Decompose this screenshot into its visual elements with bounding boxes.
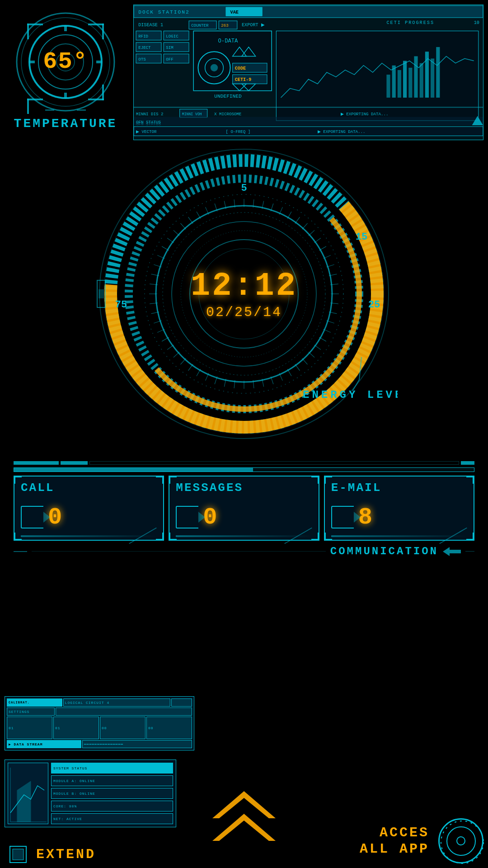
top-section: 65° TEMPERATURE1 TEMPERATURE DOCK STATIO…: [0, 0, 488, 140]
mini-hud-1: CALIBRAT. LOGICAL CIRCUIT 4 SETTINGS 01 …: [5, 696, 194, 750]
svg-text:263: 263: [221, 23, 228, 28]
svg-text:UNDEFINED: UNDEFINED: [214, 94, 242, 99]
messages-title: MESSAGES: [176, 481, 312, 495]
left-deco: [14, 551, 27, 552]
comm-arrows: [443, 547, 461, 556]
progress-fill: [14, 468, 253, 472]
svg-text:LOGIC: LOGIC: [166, 34, 178, 39]
messages-card[interactable]: MESSAGES 0: [169, 476, 319, 541]
svg-text:CETI PROGRESS: CETI PROGRESS: [386, 20, 434, 25]
svg-rect-70: [436, 47, 440, 98]
email-icon: [331, 506, 354, 528]
call-card[interactable]: CALL 0: [14, 476, 164, 541]
svg-text:CETI-9: CETI-9: [235, 77, 252, 82]
temperature-label: TEMPERATURE: [14, 117, 117, 131]
svg-line-151: [180, 223, 186, 229]
svg-rect-61: [386, 75, 390, 98]
mini-cell-3: [171, 698, 192, 707]
svg-text:X MICROSOME: X MICROSOME: [214, 112, 241, 117]
mini-cell-11: ━━━━━━━━━━━━━━━: [82, 740, 192, 748]
svg-rect-65: [408, 68, 412, 98]
messages-body: 0: [176, 499, 312, 535]
mini-cell-7: 01: [53, 717, 99, 739]
svg-rect-68: [425, 52, 429, 98]
clock-section: 5 15 25 75 ENERGY LEVEL 12:12 02/25/14: [90, 140, 398, 448]
mini-cell-9: 00: [146, 717, 192, 739]
svg-line-120: [309, 352, 314, 357]
svg-text:OFF: OFF: [166, 57, 173, 62]
svg-marker-175: [212, 814, 276, 841]
svg-text:15: 15: [356, 231, 367, 243]
svg-line-104: [295, 217, 300, 224]
svg-rect-3: [27, 24, 29, 39]
svg-rect-18: [96, 61, 102, 63]
mini-row-4: ▶ DATA STREAM ━━━━━━━━━━━━━━━: [7, 740, 192, 748]
extend-square-icon: [9, 845, 27, 863]
mini-cell-4: SETTINGS: [7, 708, 55, 716]
svg-point-52: [211, 64, 218, 71]
ring-ticks: [440, 820, 485, 865]
svg-text:65°: 65°: [43, 48, 88, 75]
email-card[interactable]: E-MAIL 8: [324, 476, 474, 541]
mh2-cell-4: CORE: 98%: [51, 801, 173, 811]
svg-rect-71: [134, 107, 483, 108]
svg-text:OTS: OTS: [138, 57, 146, 62]
svg-text:▶ EXPORTING DATA...: ▶ EXPORTING DATA...: [341, 112, 389, 117]
mh2-cell-2: MODULE A: ONLINE: [51, 775, 173, 786]
mh2-cell-1: SYSTEM STATUS: [51, 763, 173, 774]
svg-text:ENERGY LEVEL: ENERGY LEVEL: [303, 389, 398, 401]
communication-section: CALL 0 MESSAGES 0 E-MAIL: [14, 461, 474, 560]
email-title: E-MAIL: [331, 481, 467, 495]
mini-cell-5: [56, 708, 192, 716]
svg-marker-168: [443, 547, 461, 556]
access-circle[interactable]: [438, 818, 483, 863]
svg-rect-173: [13, 849, 23, 860]
progress-track: [14, 467, 474, 472]
svg-line-135: [180, 359, 186, 364]
mini-row-1: CALIBRAT. LOGICAL CIRCUIT 4: [7, 698, 192, 707]
clock-display: 12:12 02/25/14: [191, 268, 297, 320]
svg-text:▶ EXPORTING DATA...: ▶ EXPORTING DATA...: [318, 129, 366, 134]
svg-rect-5: [102, 24, 104, 39]
spacer: [32, 551, 326, 552]
svg-rect-80: [134, 127, 483, 136]
bottom-right[interactable]: ACCES ALL APP: [289, 692, 488, 868]
svg-rect-6: [27, 99, 43, 100]
svg-text:COUNTER: COUNTER: [191, 23, 209, 28]
mini-row-3: 01 01 00 00: [7, 717, 192, 739]
mini-cell-1: CALIBRAT.: [7, 698, 62, 707]
extend-label: EXTEND: [36, 847, 96, 862]
svg-rect-9: [102, 85, 104, 100]
svg-rect-20: [77, 109, 86, 111]
svg-text:[ O-FREQ ]: [ O-FREQ ]: [225, 129, 250, 134]
svg-text:25: 25: [368, 299, 380, 311]
svg-line-149: [167, 238, 174, 243]
svg-line-119: [314, 345, 321, 350]
svg-rect-8: [88, 99, 104, 100]
svg-text:MINNI VOH: MINNI VOH: [182, 112, 202, 116]
mini-graph-svg: [8, 763, 48, 824]
mini-cell-8: 00: [100, 717, 145, 739]
svg-rect-7: [27, 99, 29, 114]
svg-line-122: [295, 364, 300, 371]
svg-line-137: [167, 345, 174, 350]
temp-svg: 65° TEMPERATURE1: [14, 10, 117, 114]
bottom-middle: [199, 692, 289, 868]
mini-hud-rows: CALIBRAT. LOGICAL CIRCUIT 4 SETTINGS 01 …: [5, 697, 194, 750]
svg-rect-66: [414, 56, 418, 98]
bottom-left: CALIBRAT. LOGICAL CIRCUIT 4 SETTINGS 01 …: [0, 692, 199, 868]
svg-rect-166: [99, 289, 104, 298]
mini-hud2-content: SYSTEM STATUS MODULE A: ONLINE MODULE B:…: [5, 760, 176, 827]
svg-text:EJECT: EJECT: [138, 45, 151, 50]
svg-text:EXPORT ▶: EXPORT ▶: [242, 23, 265, 28]
messages-icon: [176, 506, 198, 528]
svg-rect-2: [27, 24, 43, 25]
mini-cell-10: ▶ DATA STREAM: [7, 740, 81, 748]
svg-line-150: [174, 230, 179, 236]
bar4: [461, 461, 474, 465]
bottom-deco3: [331, 535, 467, 537]
mini-hud-2: SYSTEM STATUS MODULE A: ONLINE MODULE B:…: [5, 760, 176, 827]
mini-cell-6: 01: [7, 717, 52, 739]
extend-row: EXTEND: [9, 845, 96, 863]
communication-label: COMMUNICATION: [330, 545, 438, 557]
